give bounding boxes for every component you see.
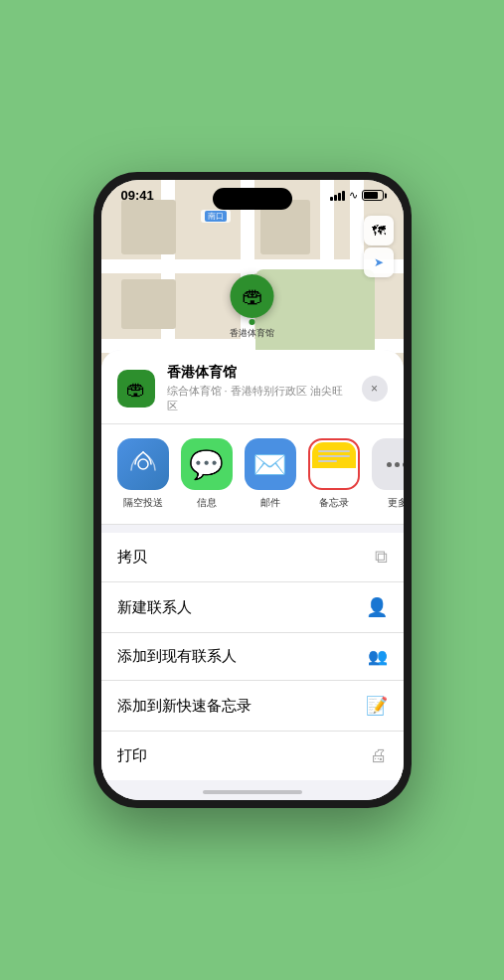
phone-screen: 09:41 ∿ — [101, 180, 404, 800]
venue-info: 香港体育馆 综合体育馆 · 香港特别行政区 油尖旺区 — [167, 364, 350, 413]
add-quick-note-icon: 📝 — [366, 695, 388, 717]
copy-label: 拷贝 — [117, 548, 147, 567]
add-quick-note-label: 添加到新快速备忘录 — [117, 697, 252, 716]
share-notes[interactable]: 备忘录 — [308, 438, 360, 510]
share-messages[interactable]: 💬 信息 — [181, 438, 233, 510]
new-contact-icon: 👤 — [366, 596, 388, 618]
print-icon: 🖨 — [370, 745, 388, 766]
stadium-pin-dot — [250, 319, 255, 325]
action-print[interactable]: 打印 🖨 — [101, 732, 404, 780]
copy-icon: ⧉ — [375, 547, 388, 568]
share-row: 隔空投送 💬 信息 ✉️ 邮件 — [101, 424, 404, 525]
wifi-icon: ∿ — [349, 189, 358, 202]
mail-label: 邮件 — [260, 496, 280, 510]
sheet-header: 🏟 香港体育馆 综合体育馆 · 香港特别行政区 油尖旺区 × — [101, 350, 404, 424]
notes-icon-wrapper — [308, 438, 360, 490]
action-add-quick-note[interactable]: 添加到新快速备忘录 📝 — [101, 681, 404, 732]
airdrop-icon — [117, 438, 169, 490]
dynamic-island — [213, 188, 292, 210]
notes-icon — [312, 442, 356, 486]
stadium-pin-circle: 🏟 — [231, 274, 274, 318]
map-controls: 🗺 ➤ — [364, 216, 394, 277]
messages-label: 信息 — [197, 496, 217, 510]
status-time: 09:41 — [121, 188, 154, 203]
battery-icon — [362, 190, 384, 201]
map-label-entrance: 南口 — [201, 210, 231, 223]
home-indicator — [203, 790, 302, 794]
map-type-button[interactable]: 🗺 — [364, 216, 394, 245]
action-list: 拷贝 ⧉ 新建联系人 👤 添加到现有联系人 👥 添加到新快速备忘录 📝 打印 — [101, 533, 404, 780]
location-button[interactable]: ➤ — [364, 247, 394, 277]
stadium-pin[interactable]: 🏟 香港体育馆 — [230, 274, 274, 340]
action-copy[interactable]: 拷贝 ⧉ — [101, 533, 404, 582]
signal-bars-icon — [330, 191, 345, 201]
notes-label: 备忘录 — [319, 496, 349, 510]
share-more[interactable]: 更多 — [372, 438, 404, 510]
add-existing-icon: 👥 — [368, 647, 388, 666]
venue-description: 综合体育馆 · 香港特别行政区 油尖旺区 — [167, 384, 350, 413]
close-button[interactable]: × — [362, 376, 388, 402]
airdrop-label: 隔空投送 — [123, 496, 163, 510]
messages-icon: 💬 — [181, 438, 233, 490]
action-new-contact[interactable]: 新建联系人 👤 — [101, 582, 404, 633]
more-label: 更多 — [388, 496, 404, 510]
share-mail[interactable]: ✉️ 邮件 — [245, 438, 296, 510]
venue-icon: 🏟 — [117, 370, 155, 408]
add-existing-label: 添加到现有联系人 — [117, 647, 237, 666]
share-airdrop[interactable]: 隔空投送 — [117, 438, 169, 510]
svg-point-0 — [138, 459, 148, 469]
new-contact-label: 新建联系人 — [117, 598, 192, 617]
more-icon — [372, 438, 404, 490]
venue-name: 香港体育馆 — [167, 364, 350, 382]
mail-icon: ✉️ — [245, 438, 296, 490]
bottom-sheet: 🏟 香港体育馆 综合体育馆 · 香港特别行政区 油尖旺区 × — [101, 350, 404, 800]
home-indicator-area — [101, 780, 404, 800]
status-icons: ∿ — [330, 189, 384, 202]
action-add-existing-contact[interactable]: 添加到现有联系人 👥 — [101, 633, 404, 681]
stadium-pin-label: 香港体育馆 — [230, 327, 274, 340]
print-label: 打印 — [117, 746, 147, 765]
phone-frame: 09:41 ∿ — [93, 172, 412, 808]
